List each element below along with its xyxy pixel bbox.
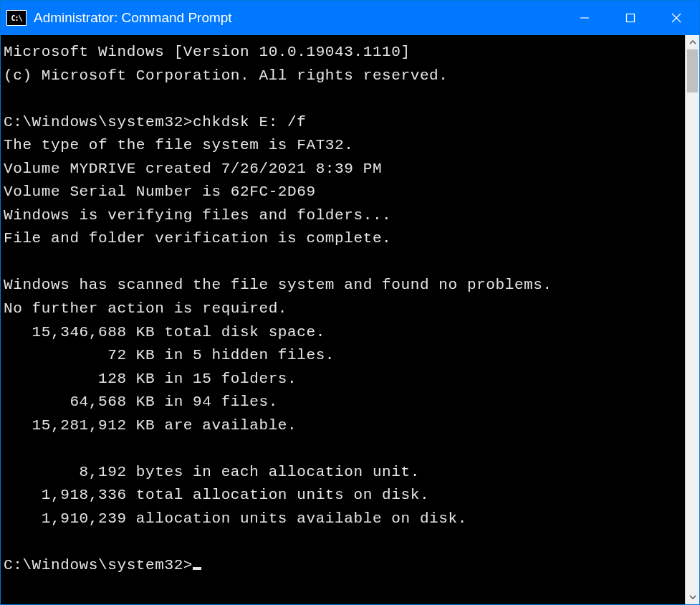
terminal-line: (c) Microsoft Corporation. All rights re… — [4, 67, 449, 84]
terminal-line: Microsoft Windows [Version 10.0.19043.11… — [4, 44, 411, 60]
terminal-line: 8,192 bytes in each allocation unit. — [4, 464, 420, 480]
terminal-line: C:\Windows\system32>chkdsk E: /f — [4, 114, 306, 130]
terminal-output[interactable]: Microsoft Windows [Version 10.0.19043.11… — [1, 35, 685, 604]
minimize-icon — [580, 13, 590, 23]
terminal-line: No further action is required. — [4, 300, 287, 317]
content-area: Microsoft Windows [Version 10.0.19043.11… — [1, 35, 699, 604]
minimize-button[interactable] — [562, 1, 608, 35]
close-button[interactable] — [653, 1, 699, 35]
terminal-line: 64,568 KB in 94 files. — [4, 394, 278, 410]
svg-rect-1 — [627, 14, 635, 22]
terminal-line: C:\Windows\system32> — [4, 557, 193, 573]
titlebar[interactable]: C:\ Administrator: Command Prompt — [1, 1, 699, 35]
maximize-button[interactable] — [608, 1, 653, 35]
terminal-line: 15,346,688 KB total disk space. — [4, 324, 325, 340]
scroll-up-arrow-icon[interactable] — [686, 35, 699, 49]
terminal-line: 1,918,336 total allocation units on disk… — [4, 487, 429, 503]
terminal-cursor — [193, 567, 201, 570]
terminal-line: 15,281,912 KB are available. — [4, 417, 297, 434]
terminal-line: 128 KB in 15 folders. — [4, 371, 297, 387]
scroll-thumb[interactable] — [687, 49, 698, 92]
terminal-line: File and folder verification is complete… — [4, 230, 391, 247]
terminal-line: 1,910,239 allocation units available on … — [4, 510, 467, 527]
window-title: Administrator: Command Prompt — [34, 10, 562, 26]
app-icon: C:\ — [6, 10, 27, 26]
terminal-line: 72 KB in 5 hidden files. — [4, 347, 335, 363]
scroll-track[interactable] — [686, 49, 699, 590]
terminal-line: Windows has scanned the file system and … — [4, 277, 552, 293]
window-controls — [562, 1, 699, 35]
terminal-line: The type of the file system is FAT32. — [4, 137, 353, 153]
vertical-scrollbar[interactable] — [685, 35, 699, 604]
maximize-icon — [625, 13, 636, 23]
close-icon — [671, 13, 681, 23]
terminal-line: Windows is verifying files and folders..… — [4, 207, 391, 224]
terminal-line: Volume Serial Number is 62FC-2D69 — [4, 184, 316, 200]
terminal-line: Volume MYDRIVE created 7/26/2021 8:39 PM — [4, 161, 382, 177]
command-prompt-window: C:\ Administrator: Command Prompt Mi — [0, 0, 700, 605]
scroll-down-arrow-icon[interactable] — [686, 590, 699, 604]
